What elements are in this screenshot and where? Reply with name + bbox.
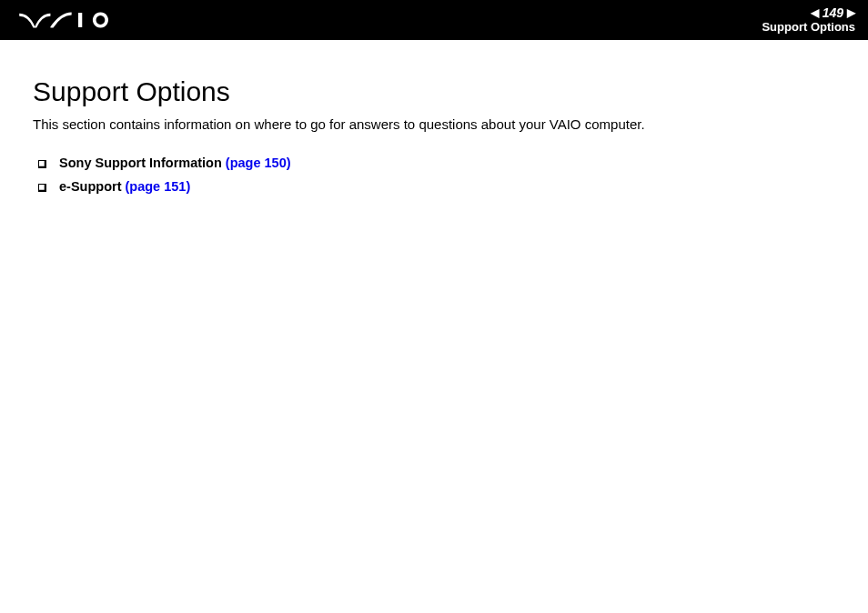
prev-page-arrow-icon[interactable]: ◀ xyxy=(811,7,819,19)
svg-rect-0 xyxy=(78,13,82,27)
header-section-name: Support Options xyxy=(762,21,855,34)
toc-page-link[interactable]: (page 151) xyxy=(126,179,191,194)
list-item: e-Support (page 151) xyxy=(38,179,841,194)
list-item: Sony Support Information (page 150) xyxy=(38,156,841,170)
toc-item-label: Sony Support Information xyxy=(59,156,222,170)
next-page-arrow-icon[interactable]: ▶ xyxy=(847,7,855,19)
square-bullet-icon xyxy=(38,160,46,168)
header-bar: ◀ 149 ▶ Support Options xyxy=(0,0,868,40)
vaio-logo xyxy=(18,11,118,29)
header-right: ◀ 149 ▶ Support Options xyxy=(762,6,855,34)
toc-page-link[interactable]: (page 150) xyxy=(226,156,291,170)
toc-list: Sony Support Information (page 150) e-Su… xyxy=(33,156,841,194)
square-bullet-icon xyxy=(38,184,46,192)
intro-text: This section contains information on whe… xyxy=(33,116,841,132)
page-content: Support Options This section contains in… xyxy=(0,40,868,194)
toc-item-label: e-Support xyxy=(59,179,121,194)
page-navigation: ◀ 149 ▶ xyxy=(811,6,855,20)
page-number: 149 xyxy=(823,6,843,20)
page-title: Support Options xyxy=(33,76,841,107)
